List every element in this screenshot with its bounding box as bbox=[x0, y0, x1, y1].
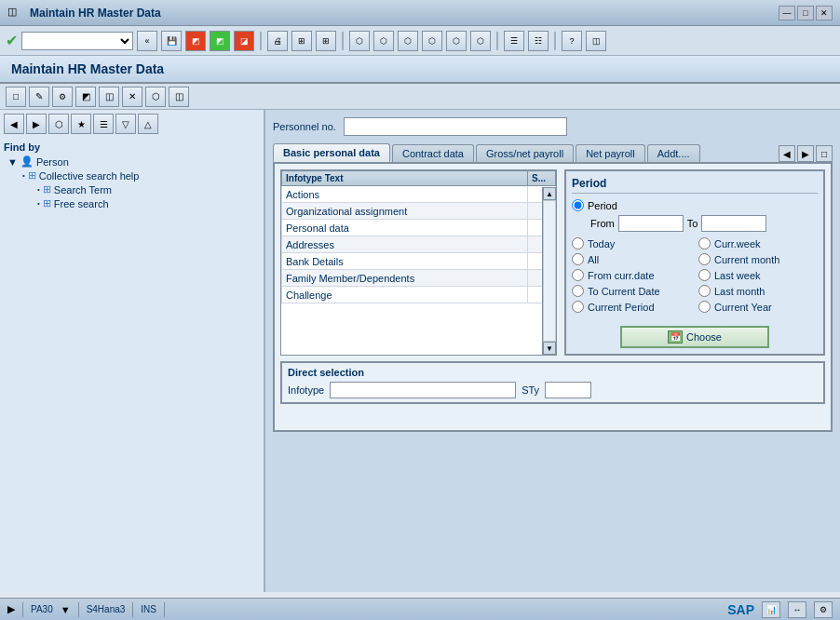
sty-label: STy bbox=[522, 384, 539, 396]
status-chart-btn[interactable]: 📊 bbox=[762, 601, 780, 618]
tab-basic-personal-data[interactable]: Basic personal data bbox=[273, 143, 390, 162]
table-row[interactable]: Challenge bbox=[282, 287, 556, 303]
infotype-cell-text: Personal data bbox=[282, 220, 528, 236]
tab-gross-net-payroll[interactable]: Gross/net payroll bbox=[476, 144, 574, 162]
tab-additional[interactable]: Addt.... bbox=[647, 144, 700, 162]
radio-today[interactable] bbox=[572, 237, 584, 249]
infotype-cell-text: Challenge bbox=[282, 287, 528, 303]
radio-curr-month[interactable] bbox=[698, 253, 711, 265]
infotype-cell-text: Actions bbox=[282, 186, 528, 203]
personnel-input[interactable] bbox=[344, 117, 567, 136]
toolbar-btn-12[interactable]: ☰ bbox=[504, 31, 524, 51]
radio-last-week[interactable] bbox=[698, 269, 711, 281]
table-row[interactable]: Bank Details bbox=[282, 253, 556, 270]
tab-scroll-right[interactable]: ▶ bbox=[797, 145, 814, 162]
tree-item-label-collective: Collective search help bbox=[39, 170, 140, 182]
tree-arrow-person: ▼ bbox=[7, 156, 18, 168]
scroll-up-btn[interactable]: ▲ bbox=[543, 187, 556, 200]
from-label: From bbox=[590, 218, 615, 229]
period-to-input[interactable] bbox=[701, 215, 766, 232]
second-toolbar: □ ✎ ⚙ ◩ ◫ ✕ ⬡ ◫ bbox=[0, 84, 840, 110]
status-dropdown-icon[interactable]: ▼ bbox=[61, 604, 71, 615]
radio-curr-year[interactable] bbox=[698, 301, 711, 313]
tab-scroll-left[interactable]: ◀ bbox=[779, 145, 795, 162]
second-toolbar-edit[interactable]: ✎ bbox=[29, 87, 49, 107]
find-by-label: Find by bbox=[4, 140, 260, 155]
tabs-row: Basic personal data Contract data Gross/… bbox=[273, 143, 833, 162]
second-toolbar-copy[interactable]: ⚙ bbox=[52, 87, 73, 107]
tree-item-collective[interactable]: • ⊞ Collective search help bbox=[4, 168, 260, 182]
second-toolbar-personnel-actions[interactable]: ⬡ bbox=[145, 87, 166, 107]
left-nav-btn6[interactable]: ▽ bbox=[115, 114, 136, 134]
toolbar-btn-7[interactable]: ⬡ bbox=[373, 31, 394, 51]
toolbar-print[interactable]: 🖨 bbox=[267, 31, 288, 51]
tree-item-free-search[interactable]: • ⊞ Free search bbox=[4, 196, 260, 210]
radio-last-month[interactable] bbox=[698, 285, 711, 297]
radio-curr-week[interactable] bbox=[698, 237, 711, 249]
second-toolbar-delete[interactable]: ◫ bbox=[99, 87, 119, 107]
radio-to-curr[interactable] bbox=[572, 285, 584, 297]
left-nav-btn7[interactable]: △ bbox=[138, 114, 158, 134]
minimize-button[interactable]: — bbox=[779, 6, 795, 20]
col-s: S... bbox=[528, 171, 556, 186]
second-toolbar-org-management[interactable]: ◫ bbox=[169, 87, 189, 107]
table-row[interactable]: Addresses bbox=[282, 236, 556, 253]
toolbar-btn-3[interactable]: ◪ bbox=[234, 31, 254, 51]
sty-input[interactable] bbox=[545, 382, 591, 398]
period-radio-period-label: Period bbox=[588, 200, 617, 211]
status-server: S4Hana3 bbox=[87, 604, 126, 614]
choose-button[interactable]: 📅 Choose bbox=[620, 326, 769, 348]
toolbar-btn-1[interactable]: ◩ bbox=[185, 31, 206, 51]
left-nav-btn4[interactable]: ★ bbox=[71, 114, 91, 134]
toolbar-btn-8[interactable]: ⬡ bbox=[398, 31, 418, 51]
toolbar-nav-back2[interactable]: « bbox=[137, 31, 157, 51]
toolbar-btn-2[interactable]: ◩ bbox=[210, 31, 230, 51]
radio-from-curr[interactable] bbox=[572, 269, 584, 281]
toolbar-btn-5[interactable]: ⊞ bbox=[316, 31, 336, 51]
nav-combo[interactable] bbox=[21, 32, 133, 50]
second-toolbar-new[interactable]: □ bbox=[6, 87, 26, 107]
toolbar-save[interactable]: 💾 bbox=[161, 31, 182, 51]
period-radio-cols: Today All From curr.date bbox=[572, 237, 818, 313]
period-radio-curr-week: Curr.week bbox=[698, 237, 818, 249]
tree-item-label-free-search: Free search bbox=[54, 198, 109, 209]
left-nav-back[interactable]: ◀ bbox=[4, 114, 24, 134]
toolbar-btn-14[interactable]: ◫ bbox=[586, 31, 606, 51]
toolbar-btn-10[interactable]: ⬡ bbox=[446, 31, 467, 51]
left-nav-btn5[interactable]: ☰ bbox=[93, 114, 114, 134]
tab-expand[interactable]: □ bbox=[816, 145, 833, 162]
toolbar-btn-6[interactable]: ⬡ bbox=[349, 31, 370, 51]
tree-bullet-search: • bbox=[37, 185, 40, 194]
period-from-input[interactable] bbox=[618, 215, 684, 232]
tree-item-person[interactable]: ▼ 👤 Person bbox=[4, 155, 260, 168]
toolbar-btn-4[interactable]: ⊞ bbox=[291, 31, 312, 51]
maximize-button[interactable]: □ bbox=[797, 6, 814, 20]
radio-curr-period[interactable] bbox=[572, 301, 584, 313]
table-row[interactable]: Actions bbox=[282, 186, 556, 203]
tab-net-payroll[interactable]: Net payroll bbox=[576, 144, 645, 162]
left-nav-btn3[interactable]: ⬡ bbox=[48, 114, 69, 134]
radio-all[interactable] bbox=[572, 253, 584, 265]
direct-sel-title: Direct selection bbox=[288, 367, 818, 378]
table-row[interactable]: Organizational assignment bbox=[282, 203, 556, 220]
toolbar-help[interactable]: ? bbox=[562, 31, 582, 51]
second-toolbar-overview[interactable]: ✕ bbox=[122, 87, 142, 107]
table-row[interactable]: Family Member/Dependents bbox=[282, 270, 556, 287]
radio-curr-week-label: Curr.week bbox=[714, 238, 761, 249]
close-button[interactable]: ✕ bbox=[816, 6, 833, 20]
status-settings-btn[interactable]: ⚙ bbox=[814, 601, 833, 618]
toolbar-btn-11[interactable]: ⬡ bbox=[470, 31, 491, 51]
tab-contract-data[interactable]: Contract data bbox=[392, 144, 474, 162]
tree-item-search-term[interactable]: • ⊞ Search Term bbox=[4, 182, 260, 196]
status-transfer-btn[interactable]: ↔ bbox=[788, 601, 806, 618]
period-radio-today: Today bbox=[572, 237, 691, 249]
scroll-down-btn[interactable]: ▼ bbox=[543, 342, 556, 355]
infotype-input[interactable] bbox=[330, 382, 516, 398]
table-row[interactable]: Personal data bbox=[282, 220, 556, 236]
infotype-scrollbar[interactable]: ▲ ▼ bbox=[542, 187, 556, 355]
period-radio-period[interactable] bbox=[572, 199, 584, 211]
left-nav-forward[interactable]: ▶ bbox=[26, 114, 47, 134]
second-toolbar-delimit[interactable]: ◩ bbox=[75, 87, 96, 107]
toolbar-btn-9[interactable]: ⬡ bbox=[422, 31, 442, 51]
toolbar-btn-13[interactable]: ☷ bbox=[528, 31, 549, 51]
